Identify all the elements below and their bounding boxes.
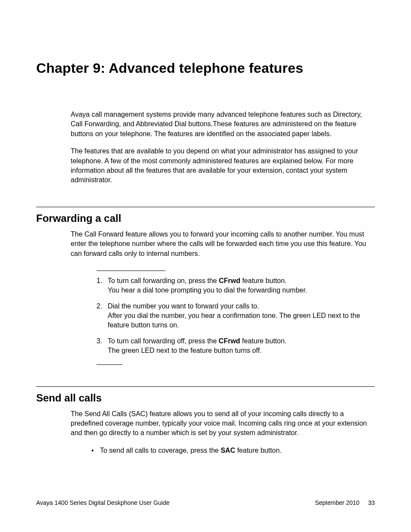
procedure-rule-top <box>97 271 165 271</box>
chapter-title: Chapter 9: Advanced telephone features <box>36 60 375 76</box>
forwarding-step-3: 3. To turn call forwarding off, press th… <box>97 336 375 356</box>
step-number: 2. <box>97 302 102 311</box>
section-rule <box>36 386 375 387</box>
sendall-bullets: • To send all calls to coverage, press t… <box>91 446 375 455</box>
bullet-text-after: feature button. <box>235 447 282 454</box>
step-line2: After you dial the number, you hear a co… <box>108 312 360 329</box>
step-number: 1. <box>97 276 102 286</box>
sendall-bullet-1: • To send all calls to coverage, press t… <box>91 446 375 455</box>
footer-right: September 2010 33 <box>315 499 375 506</box>
procedure-rule-bottom <box>97 364 122 365</box>
footer-page-number: 33 <box>368 499 375 506</box>
bullet-mark: • <box>91 446 94 455</box>
forwarding-step-1: 1. To turn call forwarding on, press the… <box>97 276 375 296</box>
footer-date: September 2010 <box>315 499 360 506</box>
step-bold: CFrwd <box>219 337 240 345</box>
step-line2: You hear a dial tone prompting you to di… <box>108 286 307 294</box>
step-text: To turn call forwarding off, press the <box>108 337 219 345</box>
intro-paragraph-1: Avaya call management systems provide ma… <box>71 110 375 139</box>
forwarding-paragraph: The Call Forward feature allows you to f… <box>71 230 375 258</box>
step-text: To turn call forwarding on, press the <box>108 277 219 284</box>
page: Chapter 9: Advanced telephone features A… <box>0 0 411 532</box>
section-title-forwarding: Forwarding a call <box>36 212 375 224</box>
intro-paragraph-2: The features that are available to you d… <box>71 146 375 185</box>
bullet-text: To send all calls to coverage, press the <box>100 447 221 454</box>
forwarding-step-2: 2. Dial the number you want to forward y… <box>97 302 375 330</box>
bullet-bold: SAC <box>221 447 235 454</box>
step-bold: CFrwd <box>219 277 240 284</box>
forwarding-steps: 1. To turn call forwarding on, press the… <box>97 276 375 356</box>
step-text: Dial the number you want to forward your… <box>108 302 259 310</box>
step-line2: The green LED next to the feature button… <box>108 347 262 354</box>
footer-left: Avaya 1400 Series Digital Deskphone User… <box>36 499 169 506</box>
step-text-after: feature button. <box>240 337 286 345</box>
step-number: 3. <box>97 336 102 346</box>
section-title-sendall: Send all calls <box>36 392 375 404</box>
sendall-paragraph: The Send All Calls (SAC) feature allows … <box>71 409 375 438</box>
page-footer: Avaya 1400 Series Digital Deskphone User… <box>36 499 375 506</box>
step-text-after: feature button. <box>240 277 287 284</box>
section-rule <box>36 207 375 207</box>
